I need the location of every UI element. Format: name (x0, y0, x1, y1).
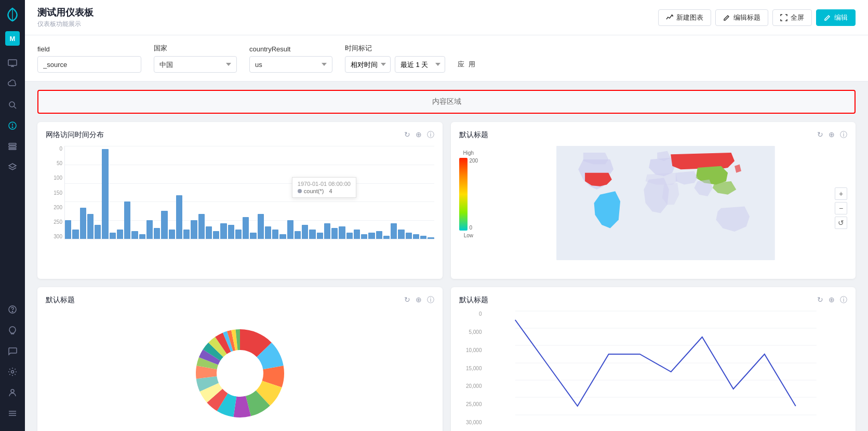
time-controls: 相对时间 绝对时间 最近 1 天 最近 7 天 最近 30 天 应 用 (345, 56, 485, 73)
sidebar-item-settings[interactable] (3, 362, 22, 381)
world-map-area: + − ↺ (484, 146, 847, 271)
bar-segment (428, 237, 434, 239)
edit-title-button[interactable]: 编辑标题 (715, 9, 768, 26)
bar-chart-actions: ↻ ⊕ ⓘ (404, 130, 434, 140)
map-zoom-reset-button[interactable]: ↺ (835, 217, 847, 229)
field-label: field (37, 45, 141, 53)
bar-chart-area: 300250200150100500 1970-01-01 08:00:00 (46, 146, 434, 250)
line-chart-header: 默认标题 ↻ ⊕ ⓘ (459, 295, 848, 305)
bar-segment (80, 208, 86, 239)
svg-rect-10 (9, 146, 16, 147)
donut-chart-title: 默认标题 (46, 295, 75, 305)
map-chart-zoom-icon[interactable]: ⊕ (829, 130, 835, 140)
bar-chart-title: 网络访问时间分布 (46, 130, 104, 140)
sidebar-item-layers[interactable] (3, 158, 22, 177)
sidebar-item-help[interactable] (3, 300, 22, 319)
header-actions: 新建图表 编辑标题 全屏 编辑 (658, 9, 856, 26)
donut-chart-refresh-icon[interactable]: ↻ (404, 295, 410, 305)
map-zoom-in-button[interactable]: + (835, 187, 847, 200)
sidebar-item-search[interactable] (3, 96, 22, 114)
donut-chart-card: 默认标题 ↻ ⊕ ⓘ (37, 287, 443, 431)
fullscreen-icon (780, 14, 787, 21)
bar-chart-zoom-icon[interactable]: ⊕ (416, 130, 422, 140)
map-chart-actions: ↻ ⊕ ⓘ (817, 130, 847, 140)
bar-segment (65, 220, 71, 239)
bar-segment (139, 234, 145, 239)
user-avatar[interactable]: M (5, 31, 20, 46)
svg-point-17 (11, 389, 14, 393)
page-title: 测试用仪表板 (37, 6, 94, 19)
content-placeholder: 内容区域 (37, 90, 856, 114)
sidebar-item-cloud[interactable] (3, 75, 22, 93)
new-chart-button[interactable]: 新建图表 (658, 9, 711, 26)
header-title-group: 测试用仪表板 仪表板功能展示 (37, 6, 94, 29)
bar-chart-yaxis: 300250200150100500 (46, 146, 62, 239)
sidebar-item-bulb[interactable] (3, 321, 22, 340)
legend-low: Low (464, 233, 473, 238)
time-filter-group: 时间标记 相对时间 绝对时间 最近 1 天 最近 7 天 最近 30 天 应 用 (345, 44, 485, 73)
line-chart-title: 默认标题 (459, 295, 488, 305)
bar-segment (146, 220, 153, 239)
donut-chart-zoom-icon[interactable]: ⊕ (416, 295, 422, 305)
bar-segment (324, 223, 330, 239)
bar-segment (213, 231, 219, 239)
bar-chart-header: 网络访问时间分布 ↻ ⊕ ⓘ (46, 130, 434, 140)
field-input[interactable] (37, 56, 141, 73)
page-header: 测试用仪表板 仪表板功能展示 新建图表 编辑标题 全屏 (25, 0, 868, 35)
line-chart-yaxis: 30,00025,00020,00015,00010,0005,0000 (459, 311, 482, 425)
donut-chart-header: 默认标题 ↻ ⊕ ⓘ (46, 295, 434, 305)
edit-button[interactable]: 编辑 (816, 9, 856, 26)
sidebar: M (0, 0, 25, 431)
bar-chart-bars (64, 146, 434, 239)
bar-segment (279, 234, 286, 239)
bar-chart-card: 网络访问时间分布 ↻ ⊕ ⓘ 300250200150100500 (37, 122, 443, 279)
charts-grid: 网络访问时间分布 ↻ ⊕ ⓘ 300250200150100500 (37, 122, 856, 431)
sidebar-item-monitor[interactable] (3, 54, 22, 73)
bar-segment (117, 230, 123, 239)
map-chart-refresh-icon[interactable]: ↻ (817, 130, 823, 140)
sidebar-item-alert[interactable] (3, 116, 22, 135)
bar-segment (272, 230, 278, 239)
country-result-filter-group: countryResult us cn uk (249, 45, 332, 73)
app-logo (4, 6, 21, 23)
sidebar-item-stack[interactable] (3, 137, 22, 156)
donut-svg (183, 316, 297, 430)
apply-button[interactable]: 应 用 (449, 56, 485, 73)
page-subtitle: 仪表板功能展示 (37, 20, 94, 29)
time-type-select[interactable]: 相对时间 绝对时间 (345, 56, 391, 73)
main-area: 测试用仪表板 仪表板功能展示 新建图表 编辑标题 全屏 (25, 0, 868, 431)
svg-line-5 (14, 106, 16, 109)
bar-chart-visual: 300250200150100500 1970-01-01 08:00:00 (46, 146, 434, 260)
line-chart-info-icon[interactable]: ⓘ (840, 295, 847, 305)
country-result-select[interactable]: us cn uk (249, 56, 332, 73)
bar-chart-info-icon[interactable]: ⓘ (427, 130, 434, 140)
line-chart-refresh-icon[interactable]: ↻ (817, 295, 823, 305)
fullscreen-button[interactable]: 全屏 (772, 9, 812, 26)
map-zoom-out-button[interactable]: − (835, 202, 847, 214)
bar-segment (154, 228, 160, 239)
map-chart-info-icon[interactable]: ⓘ (840, 130, 847, 140)
bar-segment (110, 233, 116, 239)
line-chart-zoom-icon[interactable]: ⊕ (829, 295, 835, 305)
content-area: 内容区域 网络访问时间分布 ↻ ⊕ ⓘ 300250200150100500 (25, 82, 868, 431)
bar-segment (295, 231, 301, 239)
sidebar-item-menu[interactable] (3, 404, 22, 423)
country-select[interactable]: 中国 美国 英国 (154, 56, 237, 73)
map-chart-card: 默认标题 ↻ ⊕ ⓘ High 200 0 (451, 122, 856, 279)
svg-marker-12 (9, 164, 16, 168)
line-chart-visual: 30,00025,00020,00015,00010,0005,0000 (459, 311, 848, 431)
sidebar-item-chat[interactable] (3, 342, 22, 360)
line-chart-svg-area (484, 311, 848, 425)
time-range-select[interactable]: 最近 1 天 最近 7 天 最近 30 天 (395, 56, 445, 73)
donut-chart-info-icon[interactable]: ⓘ (427, 295, 434, 305)
map-legend: High 200 0 Low (459, 146, 478, 271)
bar-chart-refresh-icon[interactable]: ↻ (404, 130, 410, 140)
bar-segment (383, 236, 390, 239)
bar-segment (361, 234, 367, 239)
bar-segment (72, 230, 78, 239)
bar-segment (309, 230, 315, 239)
bar-segment (161, 211, 167, 239)
map-chart-header: 默认标题 ↻ ⊕ ⓘ (459, 130, 848, 140)
sidebar-item-user[interactable] (3, 383, 22, 402)
legend-color-bar (459, 158, 468, 231)
